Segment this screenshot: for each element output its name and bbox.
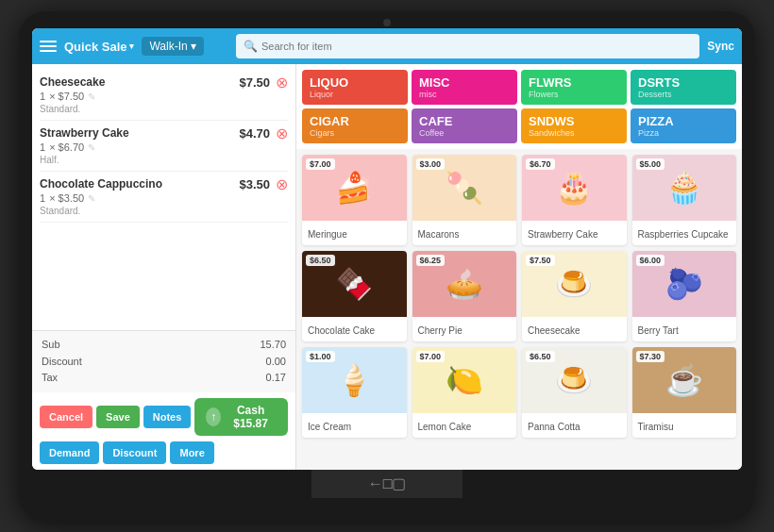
product-emoji: 🍋 xyxy=(446,362,483,398)
products-panel: LIQUO Liquor MISC misc FLWRS Flowers DSR… xyxy=(296,64,742,470)
recent-icon[interactable]: ▢ xyxy=(392,474,406,492)
product-price-tag: $5.00 xyxy=(636,158,665,170)
product-name: Ice Cream xyxy=(308,422,351,432)
product-card[interactable]: $6.00 🫐 Berry Tart xyxy=(632,251,737,341)
product-price-tag: $7.50 xyxy=(526,255,555,266)
product-price-tag: $6.25 xyxy=(416,255,446,266)
product-image: $6.25 🥧 xyxy=(412,251,517,317)
qty-value: 1 xyxy=(40,91,45,102)
remove-item-button[interactable]: ⊗ xyxy=(276,75,288,91)
category-tab[interactable]: DSRTS Desserts xyxy=(631,70,736,105)
more-button[interactable]: More xyxy=(170,441,213,464)
sub-label: Sub xyxy=(42,337,60,354)
cancel-button[interactable]: Cancel xyxy=(40,406,93,428)
cat-tab-sub: Cigars xyxy=(310,128,400,138)
category-tab[interactable]: LIQUO Liquor xyxy=(302,70,408,105)
discount-label: Discount xyxy=(42,354,82,371)
cart-item: Cheesecake 1 × $7.50 ✎ Standard. $7.50 ⊗ xyxy=(40,70,288,121)
product-image: $7.50 🍮 xyxy=(522,251,627,317)
product-info: Ice Cream xyxy=(302,413,407,438)
category-tab[interactable]: FLWRS Flowers xyxy=(521,70,627,105)
edit-icon[interactable]: ✎ xyxy=(88,142,95,153)
product-card[interactable]: $7.00 🍰 Meringue xyxy=(302,155,407,245)
edit-icon[interactable]: ✎ xyxy=(88,91,95,102)
product-price-tag: $1.00 xyxy=(306,351,335,362)
product-card[interactable]: $7.00 🍋 Lemon Cake xyxy=(412,347,517,438)
remove-item-button[interactable]: ⊗ xyxy=(276,126,288,141)
cart-items: Cheesecake 1 × $7.50 ✎ Standard. $7.50 ⊗… xyxy=(32,64,295,330)
product-card[interactable]: $7.30 ☕ Tiramisu xyxy=(632,347,737,438)
qty-unit-price: × $7.50 xyxy=(49,91,84,102)
notes-button[interactable]: Notes xyxy=(143,406,192,428)
category-tab[interactable]: PIZZA Pizza xyxy=(631,108,736,143)
save-button[interactable]: Save xyxy=(96,406,140,428)
product-image: $7.00 🍰 xyxy=(302,155,407,221)
product-card[interactable]: $1.00 🍦 Ice Cream xyxy=(302,347,407,438)
product-name: Macarons xyxy=(418,229,460,240)
qty-value: 1 xyxy=(40,141,45,153)
category-tab[interactable]: MISC misc xyxy=(412,70,517,105)
discount-button[interactable]: Discount xyxy=(103,441,166,464)
product-name: Tiramisu xyxy=(638,422,674,432)
quick-sale-label: Quick Sale xyxy=(64,40,126,54)
product-image: $1.00 🍦 xyxy=(302,347,407,413)
bottom-nav: ← □ ▢ xyxy=(311,470,463,498)
product-card[interactable]: $6.50 🍫 Chocolate Cake xyxy=(302,251,407,341)
demand-button[interactable]: Demand xyxy=(40,441,99,464)
search-input[interactable] xyxy=(261,41,692,52)
product-card[interactable]: $3.00 🍡 Macarons xyxy=(412,155,517,245)
product-card[interactable]: $7.50 🍮 Cheesecake xyxy=(522,251,627,341)
product-card[interactable]: $5.00 🧁 Raspberries Cupcake xyxy=(632,155,737,245)
cart-item-name: Chocolate Cappuccino xyxy=(40,177,233,191)
tax-row: Tax 0.17 xyxy=(42,370,286,387)
product-emoji: 🧁 xyxy=(665,170,703,206)
quick-sale-button[interactable]: Quick Sale ▾ xyxy=(64,40,134,54)
product-name: Panna Cotta xyxy=(528,422,580,432)
product-emoji: 🎂 xyxy=(555,170,593,206)
cat-tab-sub: Desserts xyxy=(638,90,729,99)
home-icon[interactable]: □ xyxy=(383,475,393,492)
back-icon[interactable]: ← xyxy=(368,475,383,492)
category-tab[interactable]: CAFE Coffee xyxy=(412,108,517,143)
product-image: $6.00 🫐 xyxy=(632,251,737,317)
product-image: $6.50 🍫 xyxy=(302,251,407,317)
edit-icon[interactable]: ✎ xyxy=(88,193,95,204)
walk-in-button[interactable]: Walk-In ▾ xyxy=(142,37,203,56)
sub-total-row: Sub 15.70 xyxy=(42,337,286,354)
top-bar: Quick Sale ▾ Walk-In ▾ 🔍 Sync xyxy=(32,28,742,64)
top-bar-left: Quick Sale ▾ Walk-In ▾ xyxy=(40,37,228,56)
remove-item-button[interactable]: ⊗ xyxy=(276,177,288,192)
cart-item-info: Cheesecake 1 × $7.50 ✎ Standard. xyxy=(40,75,233,114)
product-price-tag: $7.00 xyxy=(306,158,335,170)
product-emoji: 🍮 xyxy=(555,266,593,302)
discount-row: Discount 0.00 xyxy=(42,354,286,371)
hamburger-icon[interactable] xyxy=(40,41,57,52)
cart-item: Strawberry Cake 1 × $6.70 ✎ Half. $4.70 … xyxy=(40,121,288,172)
cash-label: Cash $15.87 xyxy=(225,404,277,430)
cart-item-info: Strawberry Cake 1 × $6.70 ✎ Half. xyxy=(40,126,233,165)
tablet: Quick Sale ▾ Walk-In ▾ 🔍 Sync xyxy=(19,11,755,521)
cart-actions: Cancel Save Notes ↑ Cash $15.87 xyxy=(32,392,295,441)
product-card[interactable]: $6.25 🥧 Cherry Pie xyxy=(412,251,517,341)
product-image: $7.00 🍋 xyxy=(412,347,517,413)
qty-unit-price: × $3.50 xyxy=(49,192,84,204)
product-card[interactable]: $6.50 🍮 Panna Cotta xyxy=(522,347,627,438)
camera xyxy=(383,19,391,26)
cart-item-price: $3.50 xyxy=(239,177,270,191)
cart-totals: Sub 15.70 Discount 0.00 Tax 0.17 xyxy=(32,330,295,392)
category-tab[interactable]: CIGAR Cigars xyxy=(302,108,408,143)
chevron-down-icon: ▾ xyxy=(191,40,196,53)
category-tab[interactable]: SNDWS Sandwiches xyxy=(521,108,627,143)
search-bar[interactable]: 🔍 xyxy=(236,34,699,58)
sync-button[interactable]: Sync xyxy=(707,40,734,53)
product-emoji: 🍡 xyxy=(446,170,483,206)
cart-item: Chocolate Cappuccino 1 × $3.50 ✎ Standar… xyxy=(40,172,288,223)
cart-panel: Cheesecake 1 × $7.50 ✎ Standard. $7.50 ⊗… xyxy=(32,64,296,470)
product-price-tag: $7.30 xyxy=(636,351,665,362)
cash-button[interactable]: ↑ Cash $15.87 xyxy=(194,398,288,436)
product-emoji: 🍫 xyxy=(335,266,373,302)
product-emoji: 🍦 xyxy=(335,362,373,398)
product-card[interactable]: $6.70 🎂 Strawberry Cake xyxy=(522,155,627,245)
cat-tab-name: DSRTS xyxy=(638,75,729,90)
product-price-tag: $6.00 xyxy=(636,255,665,266)
